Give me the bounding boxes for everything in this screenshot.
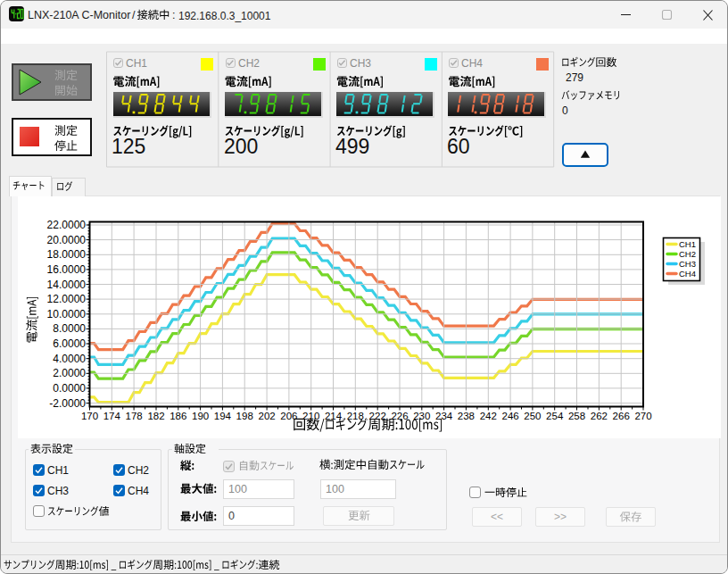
svg-text:194: 194 (214, 411, 232, 421)
svg-text:CH3: CH3 (679, 259, 696, 269)
svg-text:246: 246 (502, 411, 519, 421)
svg-text:222: 222 (369, 411, 386, 421)
svg-text:18.0000: 18.0000 (47, 248, 87, 261)
svg-text:210: 210 (302, 411, 319, 421)
svg-text:178: 178 (126, 411, 143, 421)
svg-text:6.0000: 6.0000 (53, 337, 86, 350)
svg-text:214: 214 (325, 411, 343, 421)
svg-text:4.0000: 4.0000 (53, 353, 86, 365)
svg-text:170: 170 (81, 411, 98, 421)
svg-text:242: 242 (480, 411, 497, 421)
svg-text:202: 202 (259, 411, 276, 421)
svg-text:238: 238 (458, 411, 475, 421)
svg-text:266: 266 (613, 411, 630, 421)
svg-text:CH4: CH4 (679, 269, 696, 279)
svg-text:12.0000: 12.0000 (47, 293, 87, 305)
svg-text:10.0000: 10.0000 (47, 308, 87, 320)
svg-text:226: 226 (391, 411, 408, 421)
svg-text:270: 270 (634, 411, 651, 421)
svg-text:CH2: CH2 (679, 249, 696, 259)
svg-text:174: 174 (103, 411, 121, 421)
svg-text:190: 190 (192, 411, 209, 421)
svg-text:CH1: CH1 (679, 239, 696, 249)
svg-text:8.0000: 8.0000 (53, 322, 86, 335)
svg-text:230: 230 (413, 411, 430, 421)
svg-text:250: 250 (524, 411, 541, 421)
svg-text:22.0000: 22.0000 (47, 219, 87, 231)
svg-text:218: 218 (347, 411, 364, 421)
svg-text:2.0000: 2.0000 (53, 367, 86, 379)
svg-text:-2.0000: -2.0000 (49, 397, 86, 410)
svg-text:258: 258 (568, 411, 585, 421)
svg-text:262: 262 (591, 411, 608, 421)
svg-text:16.0000: 16.0000 (47, 263, 87, 276)
svg-text:186: 186 (170, 411, 186, 421)
svg-text:20.0000: 20.0000 (47, 234, 87, 246)
svg-text:234: 234 (435, 411, 453, 421)
svg-text:198: 198 (236, 411, 253, 421)
svg-text:0.0000: 0.0000 (53, 382, 86, 395)
svg-text:206: 206 (280, 411, 297, 421)
svg-text:182: 182 (147, 411, 164, 421)
svg-text:14.0000: 14.0000 (47, 279, 87, 291)
svg-text:254: 254 (546, 411, 564, 421)
